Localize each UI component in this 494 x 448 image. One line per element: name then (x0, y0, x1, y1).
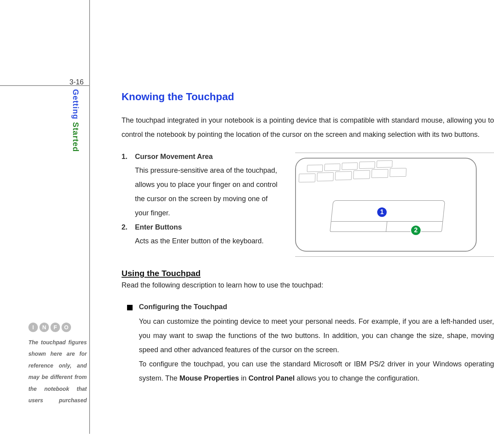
info-letter-f-icon: F (51, 323, 60, 332)
info-note: The touchpad figures shown here are for … (28, 337, 87, 406)
figure-row: 1. Cursor Movement Area This pressure-se… (122, 153, 494, 257)
list-title: Cursor Movement Area (135, 153, 213, 161)
key-shape (359, 161, 375, 169)
list-item: 1. Cursor Movement Area This pressure-se… (122, 153, 283, 220)
key-shape (335, 171, 352, 180)
figure-rule-top (295, 153, 494, 153)
callout-2: 2 (410, 225, 421, 236)
callout-1: 1 (376, 207, 387, 218)
bullet-text: allows you to change the configuration. (295, 374, 419, 382)
info-letter-i-icon: I (28, 323, 38, 332)
key-shape (389, 168, 406, 177)
bullet-title: Configuring the Touchpad (139, 303, 494, 311)
key-shape (317, 172, 334, 181)
key-shape (371, 169, 388, 178)
section-label-word1: Getting (71, 89, 80, 119)
keyboard-illustration (299, 155, 418, 185)
bullet-item: Configuring the Touchpad You can customi… (122, 303, 494, 385)
key-shape (307, 165, 323, 172)
sub-intro: Read the following description to learn … (122, 281, 494, 289)
key-shape (342, 162, 358, 170)
touchpad-figure: 1 2 (295, 158, 477, 252)
list-description: Acts as the Enter button of the keyboard… (135, 234, 283, 248)
section-label-word2: Started (71, 119, 80, 152)
bullet-text: in (239, 374, 249, 382)
bullet-body: You can customize the pointing device to… (139, 314, 494, 385)
figure-rule-bottom (295, 256, 494, 257)
touchpad-button-divider (386, 221, 387, 231)
list-number: 1. (122, 153, 129, 161)
header-rule (0, 85, 89, 86)
main-content: Knowing the Touchpad The touchpad integr… (122, 91, 494, 385)
bold-term: Mouse Properties (180, 374, 239, 382)
list-number: 2. (122, 223, 129, 231)
key-shape (376, 161, 393, 168)
subheading: Using the Touchpad (122, 269, 494, 278)
list-description: This pressure-sensitive area of the touc… (135, 163, 283, 220)
key-shape (299, 174, 316, 183)
page-title: Knowing the Touchpad (122, 91, 494, 103)
key-shape (324, 164, 341, 171)
figure-wrap: 1 2 (295, 153, 494, 257)
bold-term: Control Panel (249, 374, 295, 382)
list-title: Enter Buttons (135, 223, 182, 231)
square-bullet-icon (127, 305, 133, 310)
key-shape (353, 170, 370, 179)
touchpad-body (330, 200, 445, 232)
info-badge: I N F O (28, 323, 71, 332)
bullet-text: You can customize the pointing device to… (139, 317, 494, 354)
info-letter-n-icon: N (39, 323, 49, 332)
intro-paragraph: The touchpad integrated in your notebook… (122, 113, 494, 142)
numbered-list: 1. Cursor Movement Area This pressure-se… (122, 153, 283, 251)
bullet-content: Configuring the Touchpad You can customi… (139, 303, 494, 385)
list-item: 2. Enter Buttons Acts as the Enter butto… (122, 223, 283, 248)
section-label: Getting Started (71, 89, 80, 152)
info-letter-o-icon: O (62, 323, 71, 332)
sidebar-divider (89, 0, 90, 434)
